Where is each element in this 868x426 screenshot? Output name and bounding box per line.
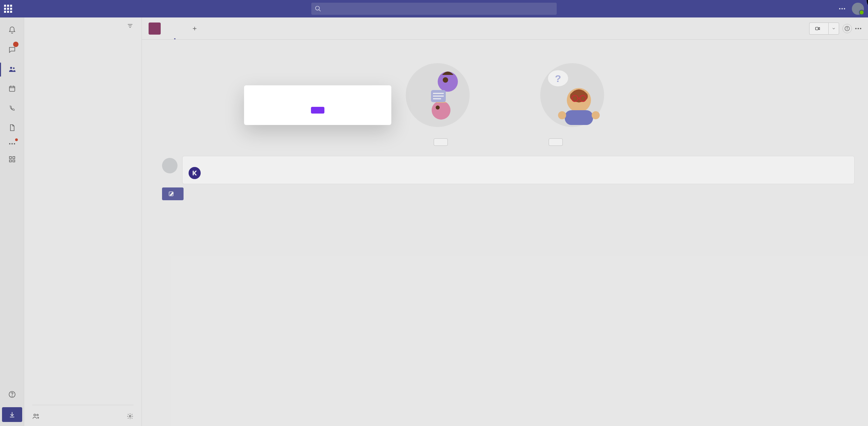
search-input[interactable] [311,3,557,15]
top-bar [0,0,868,18]
search-wrap [311,3,557,15]
modal-scrim [0,18,868,426]
klue-welcome-modal [244,85,391,125]
close-icon[interactable] [867,0,868,10]
svg-line-1 [319,10,321,11]
search-icon [315,5,321,12]
more-icon[interactable] [839,8,845,9]
svg-point-0 [316,6,320,10]
user-avatar[interactable] [852,3,864,15]
start-button[interactable] [311,107,324,113]
app-launcher-icon[interactable] [4,5,12,13]
